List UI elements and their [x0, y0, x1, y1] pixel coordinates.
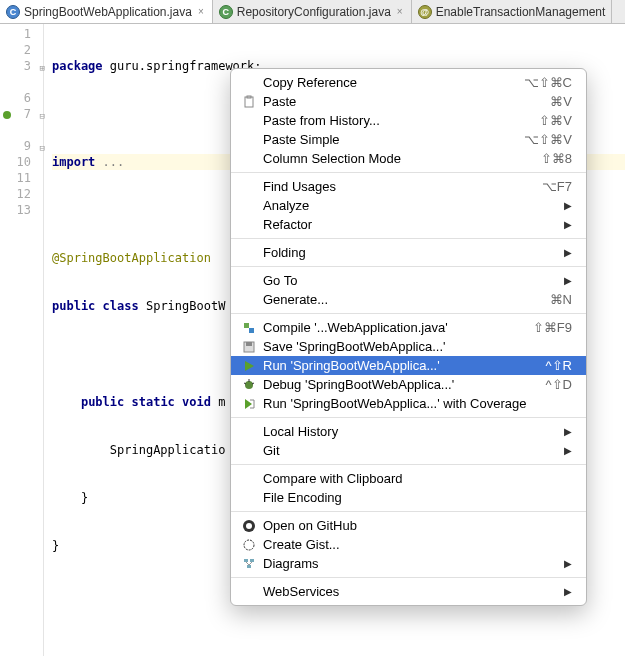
- menu-column-selection[interactable]: Column Selection Mode ⇧⌘8: [231, 149, 586, 168]
- svg-line-20: [249, 562, 252, 565]
- menu-separator: [231, 464, 586, 465]
- menu-label: Run 'SpringBootWebApplica...': [259, 358, 546, 373]
- svg-point-8: [245, 381, 253, 389]
- coverage-icon: [239, 397, 259, 411]
- line-number: 3⊞: [0, 58, 43, 74]
- menu-shortcut: ^⇧R: [546, 358, 573, 373]
- svg-rect-2: [247, 96, 251, 98]
- tab-enable-transaction[interactable]: @ EnableTransactionManagement: [412, 0, 613, 23]
- menu-generate[interactable]: Generate... ⌘N: [231, 290, 586, 309]
- submenu-arrow-icon: ▶: [564, 200, 572, 211]
- menu-compare-clipboard[interactable]: Compare with Clipboard: [231, 469, 586, 488]
- menu-paste[interactable]: Paste ⌘V: [231, 92, 586, 111]
- tab-repository-config[interactable]: C RepositoryConfiguration.java ×: [213, 0, 412, 23]
- run-icon: [239, 359, 259, 373]
- menu-compile[interactable]: Compile '...WebApplication.java' ⇧⌘F9: [231, 318, 586, 337]
- svg-rect-3: [244, 323, 249, 328]
- menu-separator: [231, 511, 586, 512]
- menu-label: Diagrams: [259, 556, 564, 571]
- menu-label: Git: [259, 443, 564, 458]
- submenu-arrow-icon: ▶: [564, 219, 572, 230]
- menu-label: WebServices: [259, 584, 564, 599]
- menu-analyze[interactable]: Analyze ▶: [231, 196, 586, 215]
- paste-icon: [239, 95, 259, 109]
- menu-label: Refactor: [259, 217, 564, 232]
- class-icon: C: [6, 5, 20, 19]
- menu-shortcut: ⌥⇧⌘C: [524, 75, 572, 90]
- menu-label: Save 'SpringBootWebApplica...': [259, 339, 572, 354]
- submenu-arrow-icon: ▶: [564, 586, 572, 597]
- menu-folding[interactable]: Folding ▶: [231, 243, 586, 262]
- submenu-arrow-icon: ▶: [564, 445, 572, 456]
- menu-file-encoding[interactable]: File Encoding: [231, 488, 586, 507]
- tab-label: RepositoryConfiguration.java: [237, 5, 391, 19]
- close-icon[interactable]: ×: [395, 6, 405, 17]
- menu-shortcut: ⇧⌘V: [539, 113, 572, 128]
- tab-label: EnableTransactionManagement: [436, 5, 606, 19]
- menu-separator: [231, 313, 586, 314]
- menu-git[interactable]: Git ▶: [231, 441, 586, 460]
- menu-label: Paste: [259, 94, 550, 109]
- line-number: 1: [0, 26, 43, 42]
- svg-rect-4: [249, 328, 254, 333]
- diagram-icon: [239, 557, 259, 571]
- submenu-arrow-icon: ▶: [564, 558, 572, 569]
- menu-separator: [231, 577, 586, 578]
- menu-label: Debug 'SpringBootWebApplica...': [259, 377, 546, 392]
- menu-shortcut: ^⇧D: [546, 377, 573, 392]
- menu-label: Local History: [259, 424, 564, 439]
- menu-run-coverage[interactable]: Run 'SpringBootWebApplica...' with Cover…: [231, 394, 586, 413]
- line-number: 2: [0, 42, 43, 58]
- fold-icon[interactable]: ⊞: [35, 60, 45, 70]
- menu-paste-simple[interactable]: Paste Simple ⌥⇧⌘V: [231, 130, 586, 149]
- menu-goto[interactable]: Go To ▶: [231, 271, 586, 290]
- submenu-arrow-icon: ▶: [564, 247, 572, 258]
- svg-point-0: [3, 111, 11, 119]
- context-menu: Copy Reference ⌥⇧⌘C Paste ⌘V Paste from …: [230, 68, 587, 606]
- line-number: 6: [0, 90, 43, 106]
- menu-label: Run 'SpringBootWebApplica...' with Cover…: [259, 396, 572, 411]
- fold-icon[interactable]: ⊟: [35, 108, 45, 118]
- menu-run[interactable]: Run 'SpringBootWebApplica...' ^⇧R: [231, 356, 586, 375]
- svg-rect-18: [247, 565, 251, 568]
- svg-point-15: [244, 540, 254, 550]
- menu-local-history[interactable]: Local History ▶: [231, 422, 586, 441]
- menu-diagrams[interactable]: Diagrams ▶: [231, 554, 586, 573]
- tab-springboot[interactable]: C SpringBootWebApplication.java ×: [0, 0, 213, 23]
- menu-label: Open on GitHub: [259, 518, 572, 533]
- save-icon: [239, 340, 259, 354]
- menu-label: Folding: [259, 245, 564, 260]
- menu-copy-reference[interactable]: Copy Reference ⌥⇧⌘C: [231, 73, 586, 92]
- close-icon[interactable]: ×: [196, 6, 206, 17]
- line-number: 13: [0, 202, 43, 218]
- menu-label: Generate...: [259, 292, 550, 307]
- menu-label: File Encoding: [259, 490, 572, 505]
- menu-refactor[interactable]: Refactor ▶: [231, 215, 586, 234]
- debug-icon: [239, 378, 259, 392]
- menu-debug[interactable]: Debug 'SpringBootWebApplica...' ^⇧D: [231, 375, 586, 394]
- annotation-icon: @: [418, 5, 432, 19]
- menu-save-config[interactable]: Save 'SpringBootWebApplica...': [231, 337, 586, 356]
- menu-label: Column Selection Mode: [259, 151, 541, 166]
- menu-create-gist[interactable]: Create Gist...: [231, 535, 586, 554]
- menu-open-github[interactable]: Open on GitHub: [231, 516, 586, 535]
- menu-webservices[interactable]: WebServices ▶: [231, 582, 586, 601]
- fold-icon[interactable]: ⊟: [35, 140, 45, 150]
- class-icon: C: [219, 5, 233, 19]
- svg-point-14: [246, 523, 252, 529]
- menu-shortcut: ⇧⌘8: [541, 151, 572, 166]
- svg-marker-7: [245, 361, 254, 371]
- gutter: 1 2 3⊞ 6 7⊟ 9⊟ 10 11 12 13: [0, 24, 44, 656]
- menu-paste-history[interactable]: Paste from History... ⇧⌘V: [231, 111, 586, 130]
- menu-label: Analyze: [259, 198, 564, 213]
- menu-separator: [231, 172, 586, 173]
- menu-shortcut: ⌥⇧⌘V: [524, 132, 572, 147]
- line-number: 7⊟: [0, 106, 43, 122]
- line-number: 10: [0, 154, 43, 170]
- line-number: 11: [0, 170, 43, 186]
- svg-line-19: [246, 562, 249, 565]
- menu-shortcut: ⌘N: [550, 292, 572, 307]
- menu-find-usages[interactable]: Find Usages ⌥F7: [231, 177, 586, 196]
- submenu-arrow-icon: ▶: [564, 275, 572, 286]
- menu-separator: [231, 266, 586, 267]
